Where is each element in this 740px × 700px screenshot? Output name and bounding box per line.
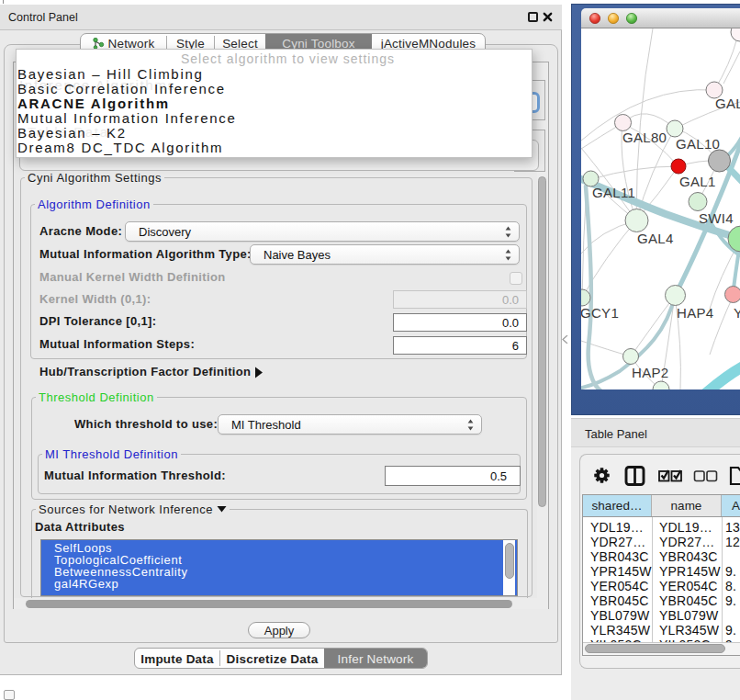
svg-text:GAL: GAL	[715, 96, 740, 111]
svg-text:GAL80: GAL80	[622, 130, 667, 145]
svg-text:GAL1: GAL1	[679, 174, 716, 189]
svg-text:HAP4: HAP4	[677, 305, 713, 321]
svg-text:GAL4: GAL4	[637, 231, 674, 246]
svg-text:GCY1: GCY1	[581, 305, 619, 321]
svg-text:GAL10: GAL10	[676, 136, 720, 152]
svg-text:SWI4: SWI4	[699, 210, 734, 226]
svg-text:HAP2: HAP2	[632, 365, 668, 380]
svg-text:Y: Y	[734, 305, 740, 321]
svg-text:GAL11: GAL11	[592, 185, 635, 200]
